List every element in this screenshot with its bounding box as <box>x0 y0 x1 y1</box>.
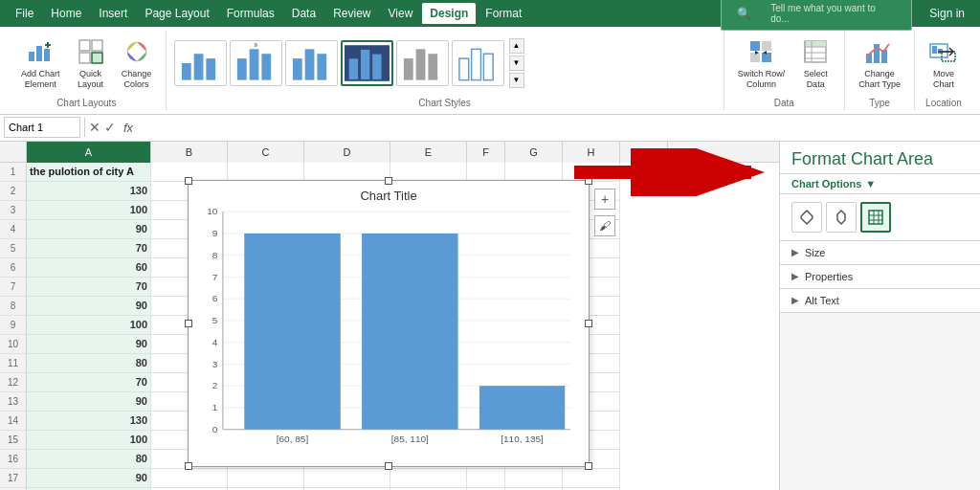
cell-9-A[interactable]: 100 <box>27 316 151 335</box>
search-bar[interactable]: 🔍 Tell me what you want to do... <box>721 0 912 31</box>
chart-style-button[interactable]: 🖌 <box>594 215 615 236</box>
chart-handle-bm[interactable] <box>385 462 392 470</box>
svg-rect-19 <box>304 49 314 79</box>
menu-view[interactable]: View <box>381 3 421 24</box>
col-header-e[interactable]: E <box>390 142 467 163</box>
cell-17-F[interactable] <box>467 469 505 488</box>
chart-handle-mr[interactable] <box>585 320 592 327</box>
cell-3-A[interactable]: 100 <box>27 201 151 220</box>
svg-text:2: 2 <box>212 380 218 390</box>
chart-handle-bl[interactable] <box>185 462 192 470</box>
cell-17-D[interactable] <box>304 469 390 488</box>
menu-formulas[interactable]: Formulas <box>219 3 282 24</box>
select-data-button[interactable]: SelectData <box>794 33 836 94</box>
svg-rect-36 <box>805 41 826 47</box>
chart-handle-tl[interactable] <box>185 177 192 185</box>
chart-add-element-button[interactable]: + <box>594 189 615 210</box>
menu-data[interactable]: Data <box>284 3 323 24</box>
cell-17-B[interactable] <box>151 469 228 488</box>
chart-handle-tm[interactable] <box>385 177 392 185</box>
col-header-b[interactable]: B <box>151 142 228 163</box>
cell-1-G[interactable] <box>505 163 563 182</box>
svg-text:1: 1 <box>212 402 218 412</box>
col-header-h[interactable]: H <box>563 142 620 163</box>
cell-13-A[interactable]: 90 <box>27 392 151 412</box>
cell-17-A[interactable]: 90 <box>27 469 151 488</box>
change-colors-label: ChangeColors <box>122 69 152 90</box>
chart-styles-scroll-up[interactable]: ▲ <box>509 38 524 54</box>
cell-1-D[interactable] <box>304 163 390 182</box>
col-header-c[interactable]: C <box>228 142 304 163</box>
menu-review[interactable]: Review <box>325 3 378 24</box>
name-box[interactable] <box>4 117 80 138</box>
cell-17-G[interactable] <box>505 469 563 488</box>
fill-effects-button[interactable] <box>791 202 822 233</box>
col-header-g[interactable]: G <box>505 142 563 163</box>
cell-1-E[interactable] <box>390 163 467 182</box>
menu-format[interactable]: Format <box>478 3 529 24</box>
chart-styles-scroll-down[interactable]: ▼ <box>509 56 524 71</box>
chart-style-2[interactable]: 99 <box>230 40 282 86</box>
chart-style-3[interactable] <box>285 40 338 86</box>
add-chart-element-button[interactable]: Add ChartElement <box>15 33 66 94</box>
cell-16-A[interactable]: 80 <box>27 450 151 469</box>
chart-options-icon-button[interactable] <box>860 202 891 233</box>
menu-home[interactable]: Home <box>43 3 89 24</box>
cancel-icon[interactable]: ✕ <box>89 120 100 135</box>
cell-10-A[interactable]: 90 <box>27 335 151 354</box>
cell-11-A[interactable]: 80 <box>27 354 151 373</box>
quick-layout-button[interactable]: QuickLayout <box>70 33 112 94</box>
add-chart-element-icon <box>25 36 56 67</box>
cell-14-A[interactable]: 130 <box>27 412 151 431</box>
change-colors-button[interactable]: ChangeColors <box>116 33 158 94</box>
chart-title: Chart Title <box>196 189 581 203</box>
add-chart-element-label: Add ChartElement <box>21 69 60 90</box>
cell-7-A[interactable]: 70 <box>27 278 151 297</box>
shape-effects-button[interactable] <box>826 202 857 233</box>
menu-insert[interactable]: Insert <box>91 3 135 24</box>
chart-handle-ml[interactable] <box>185 320 192 327</box>
cell-1-F[interactable] <box>467 163 505 182</box>
col-header-d[interactable]: D <box>304 142 390 163</box>
change-chart-type-button[interactable]: ChangeChart Type <box>853 33 906 94</box>
chart-style-6[interactable] <box>452 40 504 86</box>
cell-17-H[interactable] <box>563 469 620 488</box>
row-num-5: 5 <box>0 239 27 258</box>
cell-15-A[interactable]: 100 <box>27 431 151 450</box>
cell-6-A[interactable]: 60 <box>27 258 151 278</box>
cell-4-A[interactable]: 90 <box>27 220 151 239</box>
row-num-7: 7 <box>0 278 27 297</box>
cell-5-A[interactable]: 70 <box>27 239 151 258</box>
chart-style-1[interactable] <box>174 40 227 86</box>
cell-8-A[interactable]: 90 <box>27 297 151 316</box>
chart-styles-more[interactable]: ▼ <box>509 73 524 88</box>
menu-design[interactable]: Design <box>422 3 476 24</box>
chart-style-5[interactable] <box>396 40 449 86</box>
cell-12-A[interactable]: 70 <box>27 373 151 392</box>
chart-handle-tr[interactable] <box>585 177 592 185</box>
confirm-icon[interactable]: ✓ <box>104 120 116 135</box>
row-num-17: 17 <box>0 469 27 488</box>
cell-17-E[interactable] <box>390 469 467 488</box>
cell-17-C[interactable] <box>228 469 304 488</box>
size-section[interactable]: ▶ Size <box>780 241 980 265</box>
row-num-6: 6 <box>0 258 27 278</box>
cell-1-A[interactable]: the pulotion of city A <box>27 163 151 182</box>
format-panel: Format Chart Area Chart Options ▼ <box>779 142 980 490</box>
menu-page-layout[interactable]: Page Layout <box>137 3 216 24</box>
col-header-f[interactable]: F <box>467 142 505 163</box>
cell-1-C[interactable] <box>228 163 304 182</box>
col-header-a[interactable]: A <box>27 142 151 163</box>
sign-in-link[interactable]: Sign in <box>922 3 972 24</box>
alt-text-section[interactable]: ▶ Alt Text <box>780 289 980 313</box>
menu-file[interactable]: File <box>8 3 41 24</box>
move-chart-button[interactable]: MoveChart <box>923 33 965 94</box>
chart-options-dropdown[interactable]: Chart Options ▼ <box>780 174 980 194</box>
cell-2-A[interactable]: 130 <box>27 182 151 201</box>
properties-section[interactable]: ▶ Properties <box>780 265 980 289</box>
switch-row-column-button[interactable]: Switch Row/Column <box>732 33 791 94</box>
chart-handle-br[interactable] <box>585 462 592 470</box>
chart-container[interactable]: Chart Title 0 1 2 3 4 5 6 7 8 <box>188 180 590 467</box>
chart-style-4[interactable] <box>341 40 393 86</box>
col-header-i[interactable]: I <box>620 142 668 163</box>
